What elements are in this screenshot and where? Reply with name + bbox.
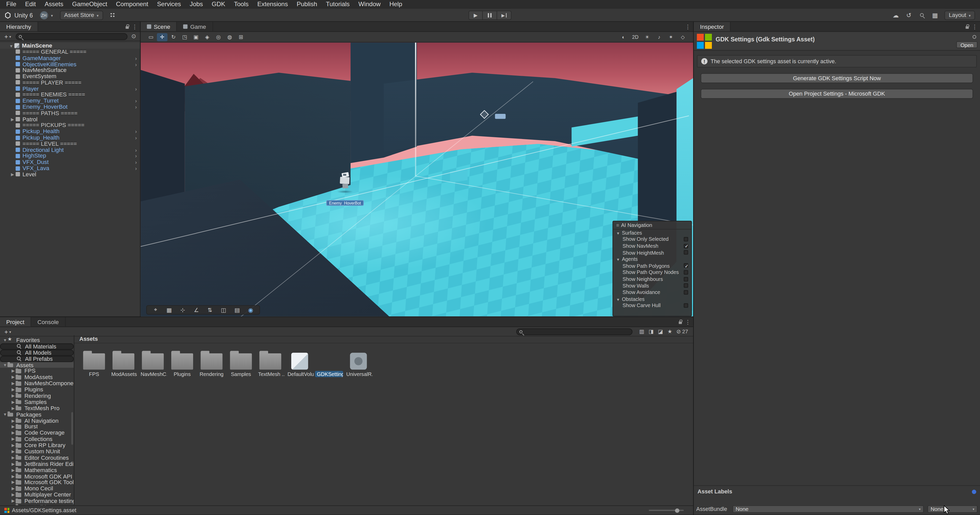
panel-menu-icon[interactable]: ⋮ xyxy=(685,23,690,30)
asset-bundle-variant-dropdown[interactable]: None▾ xyxy=(928,505,978,513)
tab-game[interactable]: Game xyxy=(177,22,213,31)
asset-tile[interactable]: Plugins xyxy=(167,346,197,382)
hierarchy-item[interactable]: ===== PLAYER ===== xyxy=(0,80,140,86)
prefab-chevron-icon[interactable] xyxy=(135,129,137,135)
menu-item[interactable]: Jobs xyxy=(185,0,207,9)
audio-toggle[interactable]: ♪ xyxy=(654,33,664,41)
foldout-icon[interactable] xyxy=(11,443,16,448)
foldout-icon[interactable] xyxy=(11,437,16,442)
foldout-icon[interactable] xyxy=(10,172,15,177)
account-dropdown-arrow[interactable]: ▾ xyxy=(51,13,53,17)
tab-inspector[interactable]: Inspector xyxy=(694,22,731,31)
foldout-icon[interactable] xyxy=(11,387,16,392)
search-by-label-icon[interactable]: ◪ xyxy=(658,327,663,336)
project-tree-item[interactable]: Mathematics xyxy=(0,467,74,473)
nav-overlay-row[interactable]: Agents xyxy=(613,256,691,263)
rotate-tool[interactable]: ↻ xyxy=(168,33,179,41)
scale-tool[interactable]: ◳ xyxy=(179,33,190,41)
nav-overlay-row[interactable]: Show Carve Hull xyxy=(613,303,691,309)
asset-tile[interactable]: NavMeshC... xyxy=(138,346,167,382)
nav-overlay-row[interactable]: Show Only Selected xyxy=(613,236,691,243)
project-tree-item[interactable]: FPS xyxy=(0,368,74,374)
menu-item[interactable]: Component xyxy=(111,0,153,9)
tab-scene[interactable]: Scene xyxy=(141,22,177,31)
tree-scrollbar[interactable] xyxy=(71,412,73,445)
nav-overlay-row[interactable]: Show Walls xyxy=(613,282,691,289)
version-control-icon[interactable] xyxy=(110,13,115,18)
foldout-icon[interactable] xyxy=(9,43,14,48)
checkbox[interactable] xyxy=(684,264,688,268)
hierarchy-item[interactable]: VFX_Lava xyxy=(0,165,140,171)
packages-visibility-icon[interactable]: ▥ xyxy=(639,327,644,336)
play-button[interactable]: ▶ xyxy=(468,11,483,20)
foldout-icon[interactable] xyxy=(11,480,16,485)
prefab-chevron-icon[interactable] xyxy=(135,153,137,159)
project-tree-item[interactable]: Plugins xyxy=(0,386,74,393)
asset-tile[interactable]: TextMesh ... xyxy=(256,346,285,382)
hierarchy-item[interactable]: ===== LEVEL ===== xyxy=(0,140,140,147)
foldout-icon[interactable] xyxy=(3,338,8,342)
asset-tile[interactable]: GDKSettings xyxy=(314,346,344,382)
project-tree-item[interactable]: Editor Coroutines xyxy=(0,454,74,461)
panel-menu-icon[interactable]: ⋮ xyxy=(685,319,690,325)
prefab-chevron-icon[interactable] xyxy=(135,147,137,153)
slider-knob[interactable] xyxy=(675,508,679,513)
create-object-button[interactable]: +▾ xyxy=(3,33,13,40)
foldout-icon[interactable] xyxy=(11,418,16,423)
project-tree-item[interactable]: All Models xyxy=(0,349,74,356)
project-tree-item[interactable]: JetBrains Rider Editor xyxy=(0,461,74,467)
project-tree-item[interactable]: Code Coverage xyxy=(0,430,74,436)
search-by-type-icon[interactable]: ◨ xyxy=(648,327,654,336)
ai-navigation-overlay-toggle[interactable]: ◉ xyxy=(245,306,256,314)
transform-tool[interactable]: ◈ xyxy=(202,33,212,41)
nav-overlay-row[interactable]: Show HeightMesh xyxy=(613,250,691,256)
scene-viewport[interactable]: Enemy_HoverBot ≡ AI Navigation Surfaces xyxy=(141,42,693,316)
menu-item[interactable]: GameObject xyxy=(68,0,112,9)
project-tree-item[interactable]: Performance testing API xyxy=(0,498,74,504)
hierarchy-item[interactable]: Patrol xyxy=(0,116,140,122)
prefab-chevron-icon[interactable] xyxy=(135,104,137,110)
nav-overlay-row[interactable]: Show Avoidance xyxy=(613,289,691,296)
menu-item[interactable]: GDK xyxy=(207,0,229,9)
lock-icon[interactable] xyxy=(679,321,682,324)
checkbox[interactable] xyxy=(684,303,688,308)
checkbox[interactable] xyxy=(684,284,688,288)
foldout-icon[interactable] xyxy=(11,375,16,379)
snap-move-icon[interactable]: ⊹ xyxy=(177,306,188,314)
camera-view-icon[interactable]: ◐ xyxy=(618,33,629,41)
menu-item[interactable]: File xyxy=(2,0,21,9)
foldout-icon[interactable] xyxy=(11,474,16,479)
favorite-search-icon[interactable]: ★ xyxy=(667,327,673,336)
thumbnail-size-slider[interactable] xyxy=(649,510,684,511)
foldout-icon[interactable] xyxy=(11,400,16,405)
nav-overlay-row[interactable]: Obstacles xyxy=(613,296,691,303)
menu-item[interactable]: Tools xyxy=(229,0,253,9)
menu-item[interactable]: Extensions xyxy=(253,0,292,9)
panel-menu-icon[interactable]: ⋮ xyxy=(132,23,138,30)
checkbox[interactable] xyxy=(684,250,688,255)
view-options-icon[interactable]: ⌖ xyxy=(150,306,161,314)
hierarchy-item[interactable]: Player xyxy=(0,86,140,92)
project-tree-item[interactable]: Microsoft GDK API xyxy=(0,473,74,479)
asset-options-icon[interactable] xyxy=(972,35,977,39)
project-tree-item[interactable]: Custom NUnit xyxy=(0,448,74,454)
foldout-icon[interactable] xyxy=(11,394,16,398)
history-icon[interactable]: ↺ xyxy=(905,11,912,19)
checkbox[interactable] xyxy=(684,277,688,281)
hierarchy-item[interactable]: VFX_Dust xyxy=(0,159,140,165)
foldout-icon[interactable] xyxy=(11,455,16,460)
foldout-icon[interactable] xyxy=(11,461,16,466)
menu-item[interactable]: Edit xyxy=(21,0,40,9)
account-avatar[interactable]: ZH xyxy=(40,11,48,19)
nav-overlay-row[interactable]: Show Neighbours xyxy=(613,276,691,283)
tab-console[interactable]: Console xyxy=(31,317,66,327)
asset-bundle-dropdown[interactable]: None▾ xyxy=(732,505,924,513)
hierarchy-search-input[interactable] xyxy=(16,33,127,39)
lock-icon[interactable] xyxy=(966,26,969,29)
project-tree-item[interactable]: Multiplayer Center xyxy=(0,492,74,498)
foldout-icon[interactable] xyxy=(3,412,8,416)
nav-overlay-row[interactable]: Show Path Polygons xyxy=(613,263,691,269)
scene-visibility-icon[interactable]: ⊙ xyxy=(130,32,137,41)
menu-item[interactable]: Window xyxy=(354,0,385,9)
checkbox[interactable] xyxy=(684,244,688,248)
